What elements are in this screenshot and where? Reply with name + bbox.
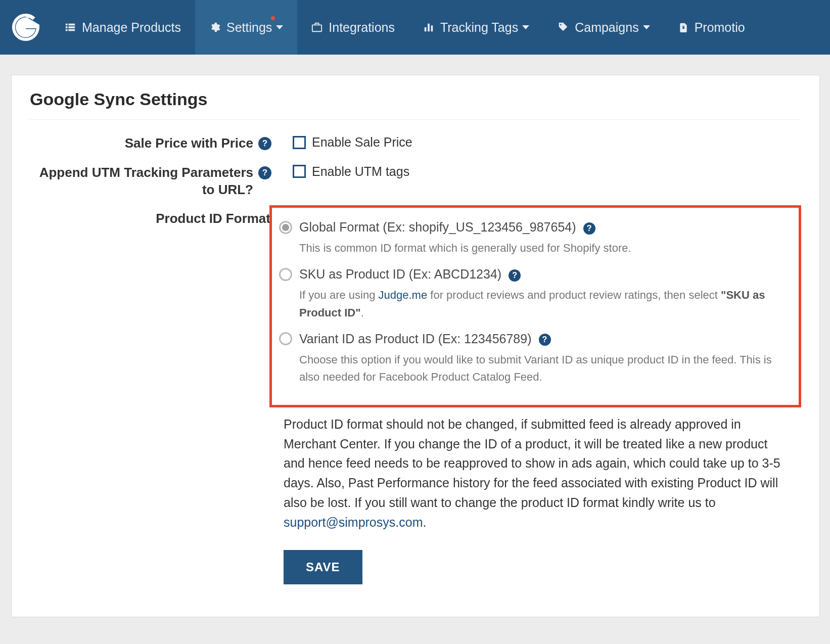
svg-rect-7 <box>428 24 430 32</box>
gear-icon <box>209 22 220 33</box>
utm-checkbox[interactable] <box>293 165 306 178</box>
tag-icon <box>558 22 569 33</box>
chevron-down-icon <box>643 25 650 29</box>
nav-label: Integrations <box>329 20 395 35</box>
chevron-down-icon <box>276 25 283 29</box>
radio-option-variant: Variant ID as Product ID (Ex: 123456789)… <box>279 332 786 386</box>
google-g-icon <box>12 14 39 41</box>
radio-global-format[interactable] <box>279 221 292 234</box>
help-icon[interactable]: ? <box>258 166 271 179</box>
svg-rect-1 <box>66 26 68 28</box>
nav-tracking-tags[interactable]: Tracking Tags <box>409 0 543 55</box>
top-navbar: Manage Products Settings Integrations Tr… <box>0 0 830 55</box>
radio-label: SKU as Product ID (Ex: ABCD1234) <box>299 267 501 282</box>
nav-label: Promotio <box>695 20 745 35</box>
help-icon[interactable]: ? <box>258 137 271 150</box>
judgeme-link[interactable]: Judge.me <box>379 289 428 301</box>
support-email-link[interactable]: support@simprosys.com <box>284 515 423 529</box>
row-sale-price: Sale Price with Price ? Enable Sale Pric… <box>30 135 801 152</box>
radio-option-global: Global Format (Ex: shopify_US_123456_987… <box>279 220 786 257</box>
svg-rect-2 <box>66 29 68 31</box>
nav-label: Settings <box>226 20 272 35</box>
row-utm: Append UTM Tracking Parameters to URL? ?… <box>30 164 801 199</box>
svg-rect-8 <box>431 25 433 31</box>
product-id-note: Product ID format should not be changed,… <box>284 415 789 532</box>
save-button[interactable]: SAVE <box>284 550 362 584</box>
list-icon <box>65 22 76 33</box>
svg-rect-6 <box>425 27 427 31</box>
nav-campaigns[interactable]: Campaigns <box>543 0 664 55</box>
product-id-options-highlight: Global Format (Ex: shopify_US_123456_987… <box>269 205 801 407</box>
chevron-down-icon <box>522 25 529 29</box>
help-icon[interactable]: ? <box>509 269 521 282</box>
help-icon[interactable]: ? <box>539 334 551 346</box>
radio-variant-id[interactable] <box>279 332 292 345</box>
nav-settings[interactable]: Settings <box>195 0 297 55</box>
radio-description: Choose this option if you would like to … <box>299 351 786 386</box>
radio-option-sku: SKU as Product ID (Ex: ABCD1234) ? If yo… <box>279 267 786 321</box>
product-id-label: Product ID Format <box>156 210 270 227</box>
svg-rect-3 <box>68 24 75 26</box>
utm-checkbox-label: Enable UTM tags <box>312 164 409 179</box>
row-product-id: Product ID Format Global Format (Ex: sho… <box>30 210 801 584</box>
utm-label: Append UTM Tracking Parameters to URL? <box>31 164 253 199</box>
page-title: Google Sync Settings <box>30 89 801 120</box>
document-icon: $ <box>678 22 688 33</box>
sale-price-checkbox-label: Enable Sale Price <box>312 135 412 150</box>
app-logo[interactable] <box>9 0 51 55</box>
briefcase-icon <box>311 22 322 33</box>
nav-label: Campaigns <box>575 20 638 35</box>
svg-text:$: $ <box>682 25 684 30</box>
svg-rect-5 <box>68 29 75 31</box>
nav-manage-products[interactable]: Manage Products <box>51 0 195 55</box>
radio-label: Global Format (Ex: shopify_US_123456_987… <box>299 220 576 235</box>
nav-integrations[interactable]: Integrations <box>297 0 409 55</box>
sale-price-checkbox[interactable] <box>293 136 306 149</box>
radio-description: If you are using Judge.me for product re… <box>299 287 786 321</box>
settings-card: Google Sync Settings Sale Price with Pri… <box>11 75 820 617</box>
svg-rect-4 <box>68 26 75 28</box>
sale-price-label: Sale Price with Price <box>125 135 253 152</box>
radio-sku[interactable] <box>279 268 292 281</box>
help-icon[interactable]: ? <box>583 222 595 235</box>
nav-promotions[interactable]: $ Promotio <box>664 0 759 55</box>
nav-label: Tracking Tags <box>440 20 518 35</box>
notification-dot <box>271 16 275 20</box>
nav-label: Manage Products <box>82 20 181 35</box>
radio-description: This is common ID format which is genera… <box>299 240 786 257</box>
bar-chart-icon <box>423 22 434 33</box>
svg-rect-0 <box>66 24 68 26</box>
radio-label: Variant ID as Product ID (Ex: 123456789) <box>299 332 532 346</box>
